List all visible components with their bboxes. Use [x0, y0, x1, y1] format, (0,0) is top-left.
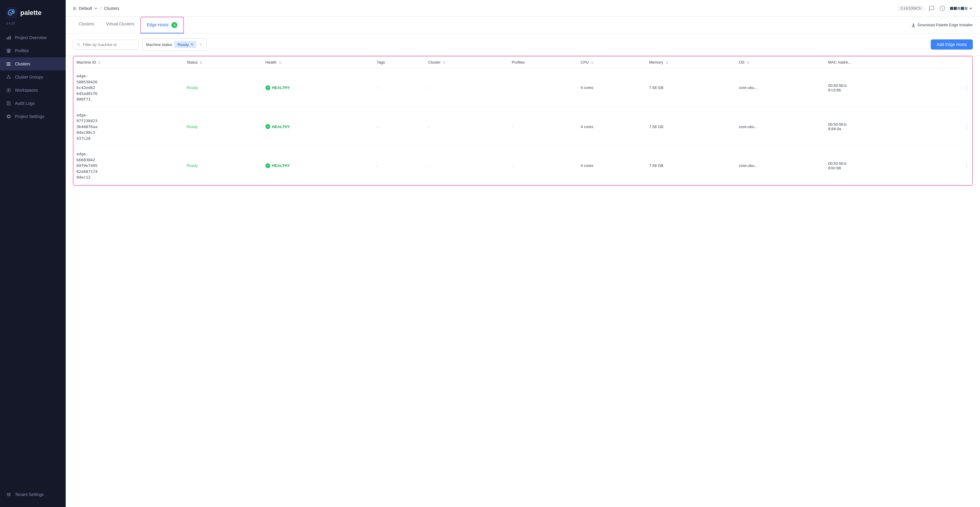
col-health[interactable]: Health ⇅: [262, 56, 374, 68]
memory-0: 7.58 GB: [646, 68, 736, 108]
mac-address-2: 00:50:56:b8:bc:b8: [825, 146, 931, 185]
col-status[interactable]: Status ⇅: [184, 56, 262, 68]
svg-line-8: [9, 76, 10, 77]
breadcrumb-current-page: Clusters: [104, 6, 119, 11]
machine-id-search-input[interactable]: [83, 42, 135, 47]
machine-id-0: edge-5805384266c42edb2645ad01f6999f71: [73, 68, 184, 108]
sort-status-icon: ⇅: [200, 61, 202, 64]
os-1: core-ubu...: [736, 107, 825, 146]
machine-id-text-2: edge-b6603842b9f9e749582e6871749dec12: [76, 151, 181, 180]
health-dot-0: [266, 86, 270, 90]
svg-point-2: [10, 12, 11, 13]
sidebar-item-audit-logs[interactable]: Audit Logs: [0, 97, 66, 110]
sidebar-item-tenant-settings[interactable]: Tenant Settings: [0, 488, 66, 501]
sort-memory-icon: ⇅: [666, 61, 668, 64]
usage-container: 0.14/100kCh: [897, 5, 924, 11]
col-machine-id[interactable]: Machine ID ⇅: [73, 56, 184, 68]
edge-hosts-table: Machine ID ⇅ Status ⇅ Health ⇅: [73, 56, 972, 185]
nav-label-project-settings: Project Settings: [15, 114, 44, 119]
layers-icon: [6, 48, 11, 54]
tab-bar: Clusters Virtual Clusters Edge Hosts 3 D…: [66, 17, 980, 33]
col-cpu[interactable]: CPU ⇅: [578, 56, 646, 68]
content-area: Clusters Virtual Clusters Edge Hosts 3 D…: [66, 17, 980, 507]
row-actions-0[interactable]: ⋮: [931, 68, 972, 108]
svg-point-18: [8, 104, 8, 105]
machine-states-label: Machine states: [146, 42, 172, 47]
status-1: Ready: [184, 107, 262, 146]
sidebar-item-project-settings[interactable]: Project Settings: [0, 110, 66, 123]
os-2: core-ubu...: [736, 146, 825, 185]
sort-cluster-icon: ⇅: [443, 61, 445, 64]
sort-os-icon: ⇅: [747, 61, 749, 64]
tags-0: -: [374, 68, 425, 108]
row-actions-2[interactable]: ⋮: [931, 146, 972, 185]
workspace-icon: [6, 87, 11, 93]
avatar-blocks: [950, 7, 967, 10]
tags-2: -: [374, 146, 425, 185]
logo-container: palette: [0, 0, 66, 22]
health-text-2: HEALTHY: [272, 163, 290, 168]
table-row: edge-97f2384233b498f6aa8dec90c3437c28Rea…: [73, 107, 972, 146]
svg-point-14: [8, 102, 8, 103]
table-container: Machine ID ⇅ Status ⇅ Health ⇅: [66, 56, 980, 507]
tab-edge-hosts[interactable]: Edge Hosts 3: [140, 17, 184, 33]
main-content: ⊞ Default / Clusters 0.14/100kCh: [66, 0, 980, 507]
ready-chip-close[interactable]: ×: [191, 42, 193, 47]
sort-machine-id-icon: ⇅: [98, 61, 101, 64]
row-actions-1[interactable]: ⋮: [931, 107, 972, 146]
sidebar-item-workspaces[interactable]: Workspaces: [0, 84, 66, 97]
tab-clusters[interactable]: Clusters: [73, 17, 100, 33]
col-mac-address[interactable]: MAC Addre...: [825, 56, 931, 68]
chart-bar-icon: [6, 35, 11, 40]
cluster-1: -: [425, 107, 509, 146]
breadcrumb-default-dropdown[interactable]: Default: [79, 6, 98, 11]
add-edge-hosts-button[interactable]: Add Edge Hosts: [931, 40, 973, 49]
sidebar-item-clusters[interactable]: Clusters: [0, 57, 66, 70]
cluster-2: -: [425, 146, 509, 185]
tenant-icon: [6, 492, 11, 497]
nav-label-cluster-groups: Cluster Groups: [15, 75, 43, 79]
cpu-0: 4 cores: [578, 68, 646, 108]
nodes-icon: [6, 74, 11, 80]
col-tags[interactable]: Tags: [374, 56, 425, 68]
palette-logo-icon: [6, 7, 18, 19]
edge-hosts-badge: 3: [172, 22, 177, 28]
health-dot-1: [266, 124, 270, 129]
star-icon[interactable]: [939, 5, 945, 11]
col-os[interactable]: OS ⇅: [736, 56, 825, 68]
col-profiles[interactable]: Profiles: [509, 56, 578, 68]
profiles-1: -: [509, 107, 578, 146]
filter-chevron-icon: [199, 42, 203, 46]
tab-virtual-clusters[interactable]: Virtual Clusters: [100, 17, 140, 33]
health-2: HEALTHY: [262, 146, 374, 185]
avatar-block-1: [950, 7, 953, 10]
machine-states-dropdown[interactable]: Machine states Ready ×: [142, 38, 207, 51]
sidebar-item-cluster-groups[interactable]: Cluster Groups: [0, 70, 66, 84]
sort-cpu-icon: ⇅: [591, 61, 593, 64]
svg-point-1: [12, 11, 13, 13]
avatar-block-2: [954, 7, 957, 10]
search-box[interactable]: [73, 40, 138, 49]
tags-1: -: [374, 107, 425, 146]
gear-icon: [6, 114, 11, 119]
edge-hosts-table-wrapper: Machine ID ⇅ Status ⇅ Health ⇅: [73, 56, 973, 186]
download-palette-action[interactable]: Download Palette Edge Installer: [911, 23, 973, 27]
audit-icon: [6, 101, 11, 106]
health-healthy-1: HEALTHY: [266, 124, 371, 129]
search-icon: [77, 42, 81, 46]
table-row: edge-5805384266c42edb2645ad01f6999f71Rea…: [73, 68, 972, 108]
col-memory[interactable]: Memory ⇅: [646, 56, 736, 68]
user-avatar-bar[interactable]: [950, 6, 973, 10]
machine-id-text-1: edge-97f2384233b498f6aa8dec90c3437c28: [76, 112, 181, 141]
breadcrumb-default-label: Default: [79, 6, 92, 11]
svg-point-11: [8, 89, 9, 91]
status-2: Ready: [184, 146, 262, 185]
sidebar-item-project-overview[interactable]: Project Overview: [0, 31, 66, 44]
usage-text: 0.14/100kCh: [897, 5, 924, 11]
mac-address-1: 00:50:56:b8:84:0a: [825, 107, 931, 146]
chevron-down-icon: [94, 6, 98, 10]
avatar-chevron-icon: [969, 6, 973, 10]
col-cluster[interactable]: Cluster ⇅: [425, 56, 509, 68]
chat-icon[interactable]: [929, 5, 935, 11]
sidebar-item-profiles[interactable]: Profiles: [0, 44, 66, 57]
